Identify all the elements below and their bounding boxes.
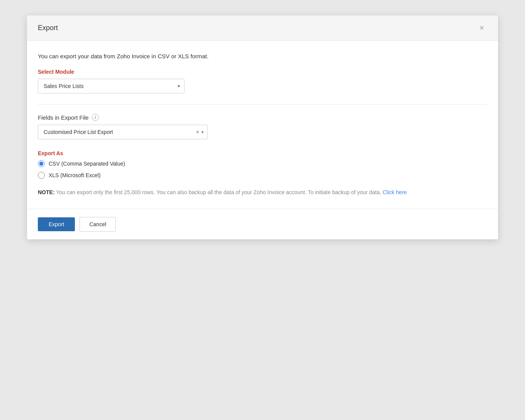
close-button[interactable]: ×: [476, 22, 487, 33]
modal-footer: Export Cancel: [27, 209, 498, 239]
radio-group: CSV (Comma Separated Value) XLS (Microso…: [38, 160, 487, 179]
click-here-link[interactable]: Click here: [383, 189, 406, 195]
divider: [38, 104, 487, 105]
export-button[interactable]: Export: [38, 217, 75, 231]
xls-radio-item[interactable]: XLS (Microsoft Excel): [38, 172, 487, 179]
export-modal: Export × You can export your data from Z…: [27, 15, 498, 239]
note-body-text: You can export only the first 25,000 row…: [55, 189, 381, 195]
fields-label-row: Fields in Export File i: [38, 114, 487, 121]
csv-radio[interactable]: [38, 160, 45, 167]
csv-radio-label: CSV (Comma Separated Value): [49, 161, 125, 167]
note-text: NOTE: You can export only the first 25,0…: [38, 188, 487, 196]
export-as-section: Export As CSV (Comma Separated Value) XL…: [38, 150, 487, 179]
modal-header: Export ×: [27, 15, 498, 41]
modal-body: You can export your data from Zoho Invoi…: [27, 41, 498, 209]
select-module-label: Select Module: [38, 69, 487, 75]
fields-select[interactable]: Customised Price List Export All Fields: [38, 125, 208, 139]
module-select-wrapper: Sales Price Lists Items Customers Invoic…: [38, 79, 185, 93]
info-icon: i: [92, 114, 99, 121]
xls-radio-label: XLS (Microsoft Excel): [49, 172, 101, 178]
module-select[interactable]: Sales Price Lists Items Customers Invoic…: [38, 79, 185, 93]
fields-export-label: Fields in Export File: [38, 114, 89, 121]
cancel-button[interactable]: Cancel: [80, 217, 116, 232]
note-prefix: NOTE:: [38, 189, 55, 195]
clear-icon[interactable]: ×: [196, 129, 199, 135]
csv-radio-item[interactable]: CSV (Comma Separated Value): [38, 160, 487, 167]
fields-select-wrapper: Customised Price List Export All Fields …: [38, 125, 208, 139]
note-section: NOTE: You can export only the first 25,0…: [38, 188, 487, 196]
intro-text: You can export your data from Zoho Invoi…: [38, 53, 487, 59]
modal-title: Export: [38, 24, 58, 32]
export-as-label: Export As: [38, 150, 487, 156]
modal-overlay: Export × You can export your data from Z…: [0, 0, 525, 420]
xls-radio[interactable]: [38, 172, 45, 179]
